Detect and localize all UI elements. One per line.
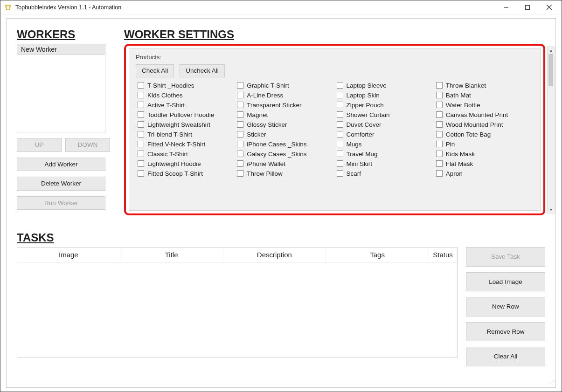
tasks-body[interactable] bbox=[17, 262, 457, 358]
checkbox-icon[interactable] bbox=[436, 160, 443, 167]
checkbox-icon[interactable] bbox=[337, 82, 343, 89]
product-checkbox[interactable]: Bath Mat bbox=[436, 92, 534, 99]
checkbox-icon[interactable] bbox=[237, 82, 243, 89]
checkbox-icon[interactable] bbox=[237, 102, 243, 108]
product-checkbox[interactable]: Flat Mask bbox=[436, 160, 534, 167]
checkbox-icon[interactable] bbox=[436, 151, 443, 157]
product-checkbox[interactable]: Laptop Skin bbox=[337, 92, 434, 99]
checkbox-icon[interactable] bbox=[436, 92, 443, 98]
close-button[interactable] bbox=[538, 0, 560, 14]
delete-worker-button[interactable]: Delete Worker bbox=[17, 177, 105, 191]
titlebar[interactable]: Topbubbleindex Version 1.1 - Automation bbox=[0, 0, 562, 14]
product-checkbox[interactable]: Toddler Pullover Hoodie bbox=[138, 111, 235, 118]
check-all-button[interactable]: Check All bbox=[136, 64, 174, 77]
column-description[interactable]: Description bbox=[223, 248, 326, 262]
product-checkbox[interactable]: Fitted Scoop T-Shirt bbox=[138, 170, 235, 177]
checkbox-icon[interactable] bbox=[337, 121, 343, 128]
product-checkbox[interactable]: Magnet bbox=[237, 111, 334, 118]
scroll-up-icon[interactable]: ▴ bbox=[548, 46, 554, 54]
checkbox-icon[interactable] bbox=[237, 141, 243, 147]
scroll-down-icon[interactable]: ▾ bbox=[548, 206, 554, 213]
product-checkbox[interactable]: T-Shirt _Hoodies bbox=[138, 82, 235, 89]
checkbox-icon[interactable] bbox=[436, 141, 443, 147]
product-checkbox[interactable]: Fitted V-Neck T-Shirt bbox=[138, 141, 235, 148]
product-checkbox[interactable]: Duvet Cover bbox=[337, 121, 434, 128]
checkbox-icon[interactable] bbox=[237, 111, 243, 118]
checkbox-icon[interactable] bbox=[337, 131, 343, 138]
product-checkbox[interactable]: Kids Clothes bbox=[138, 92, 235, 99]
tasks-table[interactable]: Image Title Description Tags Status bbox=[17, 247, 458, 358]
product-checkbox[interactable]: Comforter bbox=[337, 131, 434, 138]
checkbox-icon[interactable] bbox=[436, 121, 443, 128]
product-checkbox[interactable]: Classic T-Shirt bbox=[138, 151, 235, 158]
checkbox-icon[interactable] bbox=[138, 160, 144, 167]
checkbox-icon[interactable] bbox=[337, 102, 343, 108]
down-button[interactable]: DOWN bbox=[65, 138, 110, 152]
checkbox-icon[interactable] bbox=[436, 111, 443, 118]
checkbox-icon[interactable] bbox=[138, 102, 144, 108]
product-checkbox[interactable]: Kids Mask bbox=[436, 151, 534, 158]
product-checkbox[interactable]: Throw Blanket bbox=[436, 82, 534, 89]
product-checkbox[interactable]: Apron bbox=[436, 170, 534, 177]
product-checkbox[interactable]: Scarf bbox=[337, 170, 434, 177]
product-checkbox[interactable]: Pin bbox=[436, 141, 534, 148]
product-checkbox[interactable]: Graphic T-Shirt bbox=[237, 82, 334, 89]
checkbox-icon[interactable] bbox=[138, 82, 144, 89]
checkbox-icon[interactable] bbox=[337, 170, 343, 177]
minimize-button[interactable] bbox=[495, 0, 517, 14]
checkbox-icon[interactable] bbox=[237, 151, 243, 157]
checkbox-icon[interactable] bbox=[237, 131, 243, 138]
column-title[interactable]: Title bbox=[120, 248, 223, 262]
product-checkbox[interactable]: iPhone Wallet bbox=[237, 160, 334, 167]
checkbox-icon[interactable] bbox=[436, 131, 443, 138]
column-image[interactable]: Image bbox=[17, 248, 120, 262]
checkbox-icon[interactable] bbox=[337, 141, 343, 147]
product-checkbox[interactable]: Travel Mug bbox=[337, 151, 434, 158]
workers-listbox[interactable]: New Worker bbox=[17, 44, 105, 132]
up-button[interactable]: UP bbox=[17, 138, 62, 152]
column-status[interactable]: Status bbox=[429, 248, 457, 262]
checkbox-icon[interactable] bbox=[138, 151, 144, 157]
product-checkbox[interactable]: Lightweight Hoodie bbox=[138, 160, 235, 167]
product-checkbox[interactable]: Sticker bbox=[237, 131, 334, 138]
checkbox-icon[interactable] bbox=[337, 92, 343, 98]
checkbox-icon[interactable] bbox=[138, 111, 144, 118]
product-checkbox[interactable]: Galaxy Cases _Skins bbox=[237, 151, 334, 158]
checkbox-icon[interactable] bbox=[436, 102, 443, 108]
checkbox-icon[interactable] bbox=[337, 111, 343, 118]
checkbox-icon[interactable] bbox=[436, 82, 443, 89]
product-checkbox[interactable]: Throw Pillow bbox=[237, 170, 334, 177]
product-checkbox[interactable]: Zipper Pouch bbox=[337, 102, 434, 109]
product-checkbox[interactable]: Tri-blend T-Shirt bbox=[138, 131, 235, 138]
product-checkbox[interactable]: Cotton Tote Bag bbox=[436, 131, 534, 138]
checkbox-icon[interactable] bbox=[237, 92, 243, 98]
checkbox-icon[interactable] bbox=[138, 92, 144, 98]
product-checkbox[interactable]: Glossy Sticker bbox=[237, 121, 334, 128]
new-row-button[interactable]: New Row bbox=[466, 297, 545, 316]
product-checkbox[interactable]: Transparent Sticker bbox=[237, 102, 334, 109]
checkbox-icon[interactable] bbox=[138, 170, 144, 177]
maximize-button[interactable] bbox=[517, 0, 538, 14]
load-image-button[interactable]: Load Image bbox=[466, 272, 545, 292]
remove-row-button[interactable]: Remove Row bbox=[466, 322, 545, 342]
save-task-button[interactable]: Save Task bbox=[466, 247, 545, 267]
resize-grip-icon[interactable]: ⋰ bbox=[549, 381, 555, 386]
product-checkbox[interactable]: Mugs bbox=[337, 141, 434, 148]
settings-scrollbar[interactable]: ▴ ▾ bbox=[547, 46, 555, 213]
product-checkbox[interactable]: Wood Mounted Print bbox=[436, 121, 534, 128]
product-checkbox[interactable]: iPhone Cases _Skins bbox=[237, 141, 334, 148]
product-checkbox[interactable]: Canvas Mounted Print bbox=[436, 111, 534, 118]
column-tags[interactable]: Tags bbox=[326, 248, 429, 262]
checkbox-icon[interactable] bbox=[237, 121, 243, 128]
product-checkbox[interactable]: Laptop Sleeve bbox=[337, 82, 434, 89]
add-worker-button[interactable]: Add Worker bbox=[17, 158, 105, 172]
checkbox-icon[interactable] bbox=[436, 170, 443, 177]
product-checkbox[interactable]: Shower Curtain bbox=[337, 111, 434, 118]
product-checkbox[interactable]: Active T-Shirt bbox=[138, 102, 235, 109]
product-checkbox[interactable]: A-Line Dress bbox=[237, 92, 334, 99]
checkbox-icon[interactable] bbox=[237, 160, 243, 167]
workers-list-item[interactable]: New Worker bbox=[17, 44, 105, 55]
checkbox-icon[interactable] bbox=[138, 131, 144, 138]
checkbox-icon[interactable] bbox=[237, 170, 243, 177]
scrollbar-thumb[interactable] bbox=[548, 54, 553, 86]
